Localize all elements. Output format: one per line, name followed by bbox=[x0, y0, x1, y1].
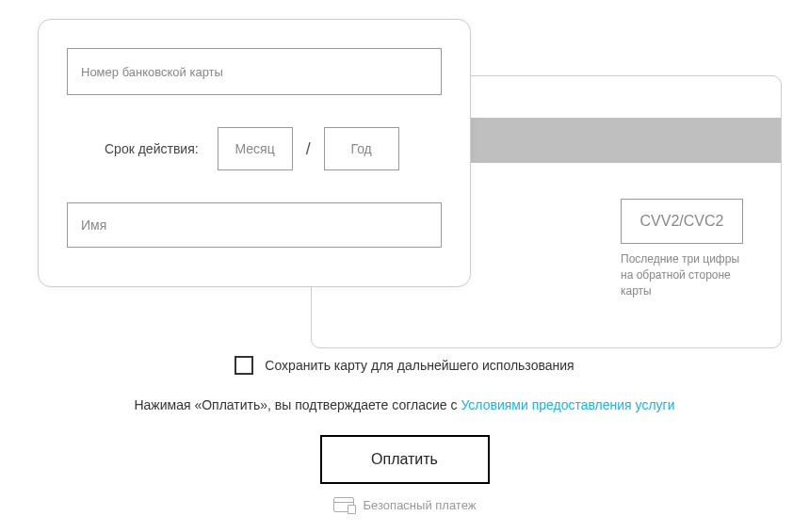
secure-payment-row: Безопасный платеж bbox=[0, 497, 809, 512]
save-card-row: Сохранить карту для дальнейшего использо… bbox=[0, 356, 809, 375]
agreement-prefix: Нажимая «Оплатить», вы подтверждаете сог… bbox=[134, 397, 461, 412]
cvv-group: Последние три цифры на обратной стороне … bbox=[621, 199, 743, 298]
pay-button[interactable]: Оплатить bbox=[320, 435, 490, 484]
cardholder-name-input[interactable] bbox=[67, 202, 442, 248]
expiry-month-input[interactable] bbox=[218, 127, 293, 170]
save-card-checkbox[interactable] bbox=[235, 356, 253, 375]
expiry-slash: / bbox=[306, 139, 311, 159]
expiry-row: Срок действия: / bbox=[67, 127, 442, 170]
expiry-year-input[interactable] bbox=[324, 127, 399, 170]
agreement-text: Нажимая «Оплатить», вы подтверждаете сог… bbox=[0, 397, 809, 412]
save-card-label: Сохранить карту для дальнейшего использо… bbox=[265, 358, 574, 373]
card-area: Последние три цифры на обратной стороне … bbox=[38, 19, 782, 339]
cvv-input[interactable] bbox=[621, 199, 743, 244]
cvv-hint: Последние три цифры на обратной стороне … bbox=[621, 251, 743, 298]
card-front: Срок действия: / bbox=[38, 19, 471, 287]
terms-link[interactable]: Условиями предоставления услуги bbox=[461, 397, 674, 412]
lock-card-icon bbox=[333, 497, 354, 512]
card-number-input[interactable] bbox=[67, 48, 442, 95]
secure-payment-label: Безопасный платеж bbox=[364, 498, 477, 512]
expiry-label: Срок действия: bbox=[105, 141, 199, 156]
